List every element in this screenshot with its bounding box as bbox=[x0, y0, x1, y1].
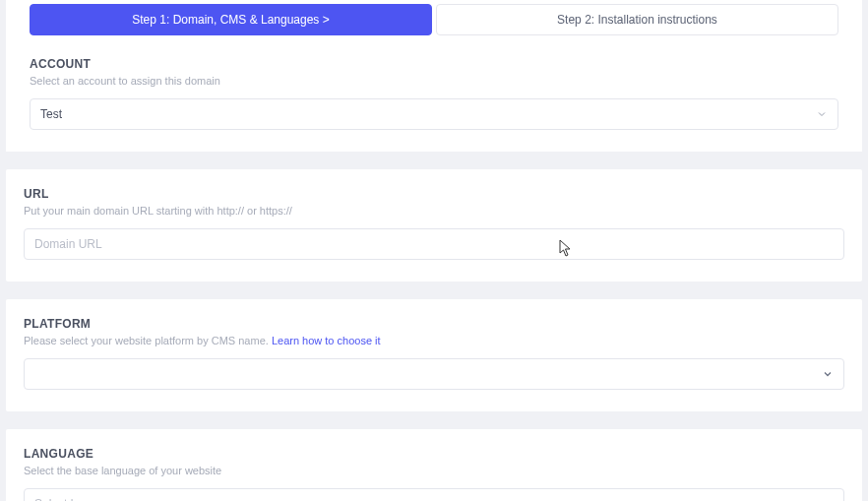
tab-step-2[interactable]: Step 2: Installation instructions bbox=[436, 4, 838, 35]
chevron-down-icon bbox=[816, 108, 828, 120]
account-select[interactable]: Test bbox=[30, 98, 838, 130]
step-tabs: Step 1: Domain, CMS & Languages > Step 2… bbox=[6, 0, 862, 35]
account-section: ACCOUNT Select an account to assign this… bbox=[12, 35, 856, 152]
platform-title: PLATFORM bbox=[24, 317, 844, 331]
account-subtitle: Select an account to assign this domain bbox=[30, 75, 838, 87]
language-select-placeholder: Select language... bbox=[34, 497, 129, 501]
tab-step-1[interactable]: Step 1: Domain, CMS & Languages > bbox=[30, 4, 432, 35]
account-title: ACCOUNT bbox=[30, 57, 838, 71]
url-section: URL Put your main domain URL starting wi… bbox=[6, 169, 862, 282]
chevron-down-icon bbox=[822, 368, 834, 380]
language-title: LANGUAGE bbox=[24, 447, 844, 461]
language-subtitle: Select the base language of your website bbox=[24, 465, 844, 476]
url-input-wrap[interactable] bbox=[24, 228, 844, 260]
url-subtitle: Put your main domain URL starting with h… bbox=[24, 205, 844, 217]
account-select-value: Test bbox=[40, 107, 62, 121]
platform-select[interactable] bbox=[24, 358, 844, 390]
url-title: URL bbox=[24, 187, 844, 201]
language-select[interactable]: Select language... bbox=[24, 488, 844, 501]
platform-subtitle-text: Please select your website platform by C… bbox=[24, 335, 272, 346]
language-section: LANGUAGE Select the base language of you… bbox=[6, 429, 862, 501]
platform-section: PLATFORM Please select your website plat… bbox=[6, 299, 862, 411]
platform-learn-link[interactable]: Learn how to choose it bbox=[272, 335, 381, 346]
url-input[interactable] bbox=[34, 237, 812, 251]
platform-subtitle: Please select your website platform by C… bbox=[24, 335, 844, 346]
